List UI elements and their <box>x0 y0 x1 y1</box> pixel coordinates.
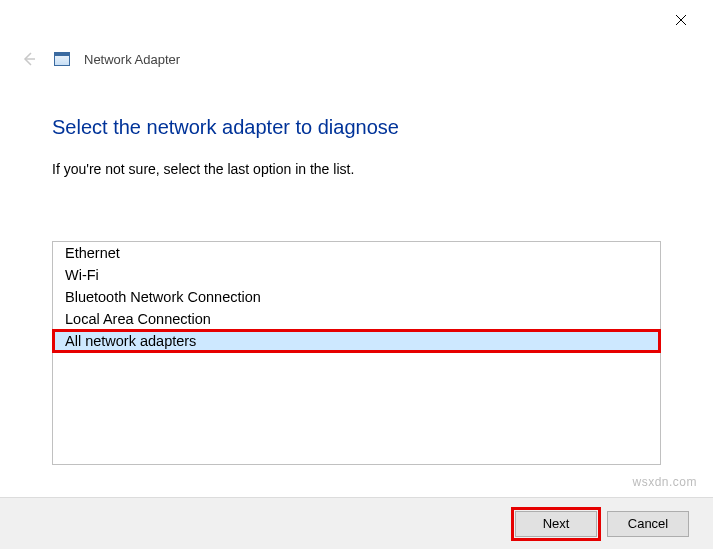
content-area: Select the network adapter to diagnose I… <box>0 70 713 465</box>
next-button[interactable]: Next <box>515 511 597 537</box>
cancel-button[interactable]: Cancel <box>607 511 689 537</box>
watermark: wsxdn.com <box>632 475 697 489</box>
network-adapter-icon <box>54 52 70 66</box>
hint-text: If you're not sure, select the last opti… <box>52 161 661 177</box>
list-item[interactable]: Wi-Fi <box>53 264 660 286</box>
list-item[interactable]: Local Area Connection <box>53 308 660 330</box>
title-bar <box>0 0 713 40</box>
back-button[interactable] <box>18 48 40 70</box>
list-item-selected[interactable]: All network adapters <box>53 330 660 352</box>
list-item[interactable]: Bluetooth Network Connection <box>53 286 660 308</box>
window-title: Network Adapter <box>84 52 180 67</box>
page-heading: Select the network adapter to diagnose <box>52 116 661 139</box>
adapter-listbox[interactable]: Ethernet Wi-Fi Bluetooth Network Connect… <box>52 241 661 465</box>
footer: Next Cancel <box>0 497 713 549</box>
header: Network Adapter <box>0 40 713 70</box>
close-button[interactable] <box>661 6 701 34</box>
list-item[interactable]: Ethernet <box>53 242 660 264</box>
